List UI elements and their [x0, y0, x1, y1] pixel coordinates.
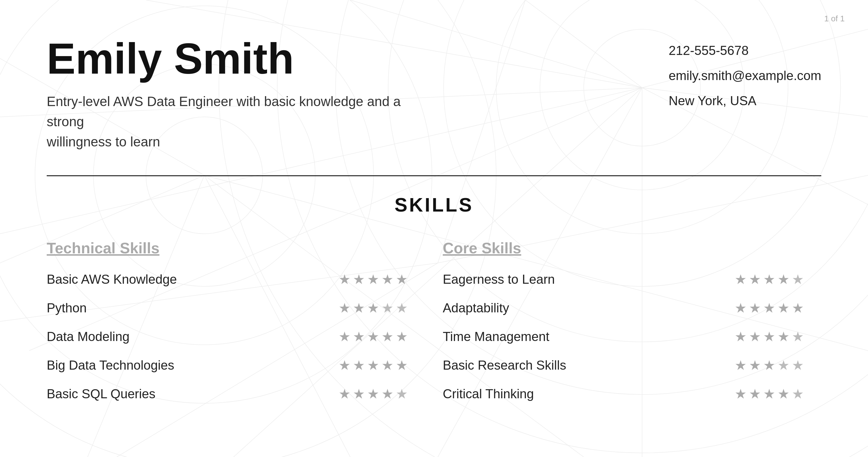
star-icon: ★	[367, 329, 379, 344]
star-icon: ★	[339, 300, 350, 316]
skill-name: Critical Thinking	[443, 387, 735, 401]
skill-row: Big Data Technologies ★ ★ ★ ★ ★	[47, 358, 408, 373]
skill-name: Basic AWS Knowledge	[47, 272, 339, 287]
star-icon: ★	[763, 300, 775, 316]
skills-section-title: SKILLS	[47, 194, 821, 216]
skill-row: Time Management ★ ★ ★ ★ ★	[443, 329, 804, 344]
skill-rating: ★ ★ ★ ★ ★	[735, 386, 804, 402]
star-icon: ★	[777, 358, 789, 373]
skill-row: Eagerness to Learn ★ ★ ★ ★ ★	[443, 272, 804, 287]
star-icon: ★	[353, 272, 365, 287]
skill-rating: ★ ★ ★ ★ ★	[735, 300, 804, 316]
skill-row: Basic AWS Knowledge ★ ★ ★ ★ ★	[47, 272, 408, 287]
star-icon: ★	[749, 329, 761, 344]
star-icon: ★	[396, 358, 408, 373]
skill-rating: ★ ★ ★ ★ ★	[339, 272, 408, 287]
star-icon: ★	[763, 329, 775, 344]
star-icon: ★	[777, 272, 789, 287]
page-number: 1 of 1	[824, 14, 845, 23]
star-icon: ★	[381, 358, 394, 373]
star-icon: ★	[353, 300, 365, 316]
skill-row: Basic SQL Queries ★ ★ ★ ★ ★	[47, 386, 408, 402]
star-icon: ★	[381, 272, 394, 287]
star-icon: ★	[339, 329, 350, 344]
skill-rating: ★ ★ ★ ★ ★	[735, 358, 804, 373]
star-icon: ★	[367, 386, 379, 402]
skill-rating: ★ ★ ★ ★ ★	[339, 329, 408, 344]
star-icon: ★	[763, 272, 775, 287]
skill-row: Python ★ ★ ★ ★ ★	[47, 300, 408, 316]
star-icon: ★	[367, 300, 379, 316]
header-left: Emily Smith Entry-level AWS Data Enginee…	[47, 35, 426, 152]
star-icon: ★	[763, 386, 775, 402]
skill-rating: ★ ★ ★ ★ ★	[339, 386, 408, 402]
star-icon: ★	[749, 358, 761, 373]
technical-skills-column: Technical Skills Basic AWS Knowledge ★ ★…	[47, 239, 425, 415]
skills-container: Technical Skills Basic AWS Knowledge ★ ★…	[47, 239, 821, 415]
star-icon: ★	[381, 329, 394, 344]
star-icon: ★	[367, 358, 379, 373]
star-icon: ★	[792, 272, 804, 287]
skill-row: Data Modeling ★ ★ ★ ★ ★	[47, 329, 408, 344]
skill-name: Eagerness to Learn	[443, 272, 735, 287]
star-icon: ★	[396, 300, 408, 316]
star-icon: ★	[749, 300, 761, 316]
star-icon: ★	[353, 386, 365, 402]
star-icon: ★	[353, 358, 365, 373]
star-icon: ★	[777, 329, 789, 344]
star-icon: ★	[381, 386, 394, 402]
skill-row: Basic Research Skills ★ ★ ★ ★ ★	[443, 358, 804, 373]
star-icon: ★	[396, 329, 408, 344]
star-icon: ★	[396, 386, 408, 402]
skill-name: Data Modeling	[47, 329, 339, 344]
skill-name: Python	[47, 301, 339, 315]
star-icon: ★	[792, 329, 804, 344]
star-icon: ★	[367, 272, 379, 287]
skill-name: Adaptability	[443, 301, 735, 315]
skill-row: Critical Thinking ★ ★ ★ ★ ★	[443, 386, 804, 402]
skill-rating: ★ ★ ★ ★ ★	[339, 358, 408, 373]
star-icon: ★	[339, 386, 350, 402]
core-skills-column: Core Skills Eagerness to Learn ★ ★ ★ ★ ★…	[425, 239, 821, 415]
star-icon: ★	[735, 272, 747, 287]
star-icon: ★	[735, 329, 747, 344]
resume-header: Emily Smith Entry-level AWS Data Enginee…	[47, 35, 821, 175]
star-icon: ★	[777, 300, 789, 316]
candidate-name: Emily Smith	[47, 35, 426, 83]
star-icon: ★	[735, 386, 747, 402]
skill-name: Time Management	[443, 329, 735, 344]
star-icon: ★	[353, 329, 365, 344]
star-icon: ★	[339, 272, 350, 287]
star-icon: ★	[763, 358, 775, 373]
star-icon: ★	[749, 386, 761, 402]
star-icon: ★	[792, 386, 804, 402]
candidate-tagline: Entry-level AWS Data Engineer with basic…	[47, 91, 426, 152]
technical-skills-title: Technical Skills	[47, 239, 408, 257]
core-skills-title: Core Skills	[443, 239, 804, 257]
star-icon: ★	[792, 358, 804, 373]
star-icon: ★	[777, 386, 789, 402]
contact-phone: 212-555-5678	[669, 41, 821, 60]
star-icon: ★	[339, 358, 350, 373]
skill-name: Big Data Technologies	[47, 358, 339, 373]
skill-rating: ★ ★ ★ ★ ★	[339, 300, 408, 316]
contact-email: emily.smith@example.com	[669, 66, 821, 85]
star-icon: ★	[749, 272, 761, 287]
star-icon: ★	[735, 358, 747, 373]
skill-rating: ★ ★ ★ ★ ★	[735, 329, 804, 344]
contact-location: New York, USA	[669, 91, 821, 110]
header-contact: 212-555-5678 emily.smith@example.com New…	[669, 35, 821, 116]
star-icon: ★	[735, 300, 747, 316]
skill-name: Basic Research Skills	[443, 358, 735, 373]
skill-rating: ★ ★ ★ ★ ★	[735, 272, 804, 287]
skill-row: Adaptability ★ ★ ★ ★ ★	[443, 300, 804, 316]
skill-name: Basic SQL Queries	[47, 387, 339, 401]
star-icon: ★	[381, 300, 394, 316]
star-icon: ★	[792, 300, 804, 316]
star-icon: ★	[396, 272, 408, 287]
section-divider	[47, 175, 821, 176]
